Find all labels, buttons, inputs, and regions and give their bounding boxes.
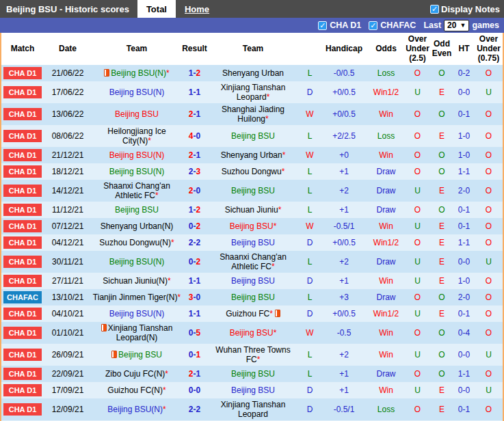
date-cell: 04/10/21 bbox=[44, 305, 92, 322]
star-marker: * bbox=[155, 191, 159, 200]
ht-cell: 1-0 bbox=[453, 147, 475, 163]
league-badge[interactable]: CHAFAC bbox=[3, 291, 42, 303]
league-badge[interactable]: CHA D1 bbox=[3, 67, 42, 79]
handicap-cell: +1 bbox=[321, 202, 367, 218]
match-cell: CHA D1 bbox=[1, 251, 44, 273]
ht-cell: 1-1 bbox=[453, 366, 475, 382]
last-games-select[interactable]: 20 ▼ bbox=[444, 20, 469, 31]
home-score: 1 bbox=[189, 205, 194, 215]
league-badge[interactable]: CHA D1 bbox=[3, 349, 42, 361]
star-marker: * bbox=[278, 205, 282, 215]
home-team-name: Beijing BSU bbox=[115, 205, 159, 215]
last-games-value: 20 bbox=[447, 21, 456, 30]
league-badge[interactable]: CHA D1 bbox=[3, 327, 42, 339]
result-cell: 2-0 bbox=[182, 180, 207, 202]
home-team-cell: Tianjin Jinmen Tiger(N)* bbox=[92, 289, 182, 305]
match-cell: CHA D1 bbox=[1, 366, 44, 382]
odd-even-cell: E bbox=[430, 218, 453, 234]
league-badge[interactable]: CHA D1 bbox=[3, 368, 42, 380]
league-badge[interactable]: CHA D1 bbox=[3, 275, 42, 287]
handicap-cell: -0.5/1 bbox=[321, 218, 367, 234]
handicap-cell: +2 bbox=[321, 251, 367, 273]
table-row: CHAFAC13/10/21Tianjin Jinmen Tiger(N)*3-… bbox=[1, 289, 503, 305]
odds-cell: Draw bbox=[367, 163, 405, 180]
home-team-name: Beijing BSU(N) bbox=[109, 257, 165, 267]
handicap-cell: +1 bbox=[321, 163, 367, 180]
home-team-name: Beijing BSU(N) bbox=[109, 150, 165, 160]
col-header-result: Result bbox=[182, 33, 207, 65]
table-row: CHA D117/09/21Guizhou FC(N)*0-0Beijing B… bbox=[1, 382, 503, 398]
wdl-cell: L bbox=[299, 65, 321, 81]
away-team-name: Shanghai Jiading Huilong bbox=[222, 105, 284, 124]
league-badge[interactable]: CHA D1 bbox=[3, 256, 42, 268]
league-badge[interactable]: CHA D1 bbox=[3, 130, 42, 142]
league-badge[interactable]: CHA D1 bbox=[3, 108, 42, 120]
away-team-name: Beijing BSU bbox=[230, 221, 274, 231]
home-score: 2 bbox=[189, 186, 194, 195]
tab-total[interactable]: Total bbox=[137, 0, 176, 18]
over-under-075-cell: O bbox=[475, 163, 503, 180]
over-under-25-cell: O bbox=[405, 147, 430, 163]
over-under-075-cell: O bbox=[475, 289, 503, 305]
away-team-cell: Sichuan Jiuniu* bbox=[207, 202, 299, 218]
odd-even-cell: O bbox=[430, 103, 453, 125]
away-team-cell: Beijing BSU bbox=[207, 382, 299, 398]
star-marker: * bbox=[163, 405, 166, 414]
content-frame: MatchDateTeamResultTeamHandicapOddsOver … bbox=[0, 33, 504, 421]
result-cell: 2-2 bbox=[182, 398, 207, 420]
date-cell: 21/12/21 bbox=[44, 147, 92, 163]
result-cell: 2-1 bbox=[182, 366, 207, 382]
home-score: 2 bbox=[189, 369, 194, 379]
league-badge[interactable]: CHA D1 bbox=[3, 165, 42, 178]
league-badge[interactable]: CHA D1 bbox=[3, 403, 42, 416]
result-cell: 1-1 bbox=[182, 273, 207, 289]
league-badge[interactable]: CHA D1 bbox=[3, 86, 42, 98]
away-team-name: Xinjiang Tianshan Leopard bbox=[221, 400, 286, 419]
home-score: 0 bbox=[189, 221, 194, 231]
handicap-cell: +2 bbox=[321, 344, 367, 366]
date-cell: 12/09/21 bbox=[44, 398, 92, 420]
handicap-cell: -0.5 bbox=[321, 322, 367, 344]
league-badge[interactable]: CHA D1 bbox=[3, 204, 42, 216]
date-cell: 13/10/21 bbox=[44, 289, 92, 305]
wdl-cell: D bbox=[299, 234, 321, 251]
away-team-name: Beijing BSU bbox=[231, 385, 275, 395]
league-badge[interactable]: CHA D1 bbox=[3, 149, 42, 161]
league-badge[interactable]: CHA D1 bbox=[3, 308, 42, 320]
star-marker: * bbox=[148, 136, 151, 146]
away-team-cell: Guizhou FC* bbox=[207, 305, 299, 322]
home-team-name: Beijing BSU bbox=[115, 109, 159, 119]
star-marker: * bbox=[282, 150, 286, 160]
home-team-cell: Suzhou Dongwu(N)* bbox=[92, 234, 182, 251]
tab-home[interactable]: Home bbox=[176, 0, 218, 18]
table-row: CHA D104/12/21Suzhou Dongwu(N)*2-2Beijin… bbox=[1, 234, 503, 251]
home-score: 0 bbox=[189, 328, 194, 338]
cha-d1-checkbox[interactable]: ✓ bbox=[318, 21, 327, 30]
over-under-25-cell: O bbox=[405, 163, 430, 180]
handicap-cell: +1 bbox=[321, 382, 367, 398]
home-team-cell: Sichuan Jiuniu(N)* bbox=[92, 273, 182, 289]
star-marker: * bbox=[171, 238, 174, 247]
odd-even-cell: E bbox=[430, 234, 453, 251]
col-header-match: Match bbox=[1, 33, 44, 65]
date-cell: 17/09/21 bbox=[44, 382, 92, 398]
league-badge[interactable]: CHA D1 bbox=[3, 185, 42, 197]
away-team-cell: Beijing BSU bbox=[207, 234, 299, 251]
date-cell: 07/12/21 bbox=[44, 218, 92, 234]
result-cell: 2-1 bbox=[182, 147, 207, 163]
display-notes-checkbox[interactable]: ✓ bbox=[430, 5, 439, 14]
table-row: CHA D108/06/22Heilongjiang Ice City(N)*4… bbox=[1, 125, 503, 147]
result-cell: 2-1 bbox=[182, 103, 207, 125]
away-team-name: Beijing BSU bbox=[231, 276, 275, 286]
ht-cell: 1-1 bbox=[453, 163, 475, 180]
over-under-25-cell: O bbox=[405, 202, 430, 218]
chafac-checkbox[interactable]: ✓ bbox=[369, 21, 377, 30]
home-team-name: Guizhou FC(N) bbox=[107, 385, 163, 395]
odds-cell: Win1/2 bbox=[367, 234, 405, 251]
league-badge[interactable]: CHA D1 bbox=[3, 236, 42, 249]
home-score: 1 bbox=[189, 68, 194, 78]
star-marker: * bbox=[265, 114, 269, 124]
match-cell: CHA D1 bbox=[1, 273, 44, 289]
league-badge[interactable]: CHA D1 bbox=[3, 384, 42, 396]
league-badge[interactable]: CHA D1 bbox=[3, 220, 42, 232]
